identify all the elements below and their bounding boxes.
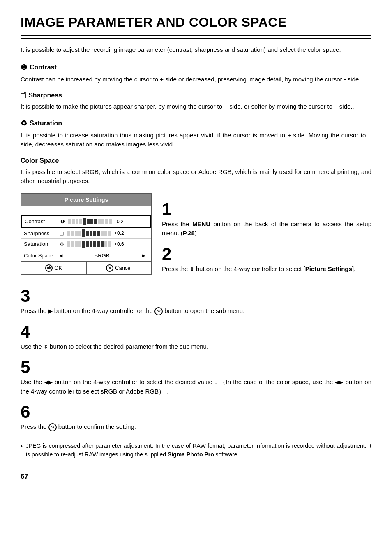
step-5-text: Use the ◀▶ button on the 4-way controlle… [21,377,371,396]
saturation-value: +0.6 [114,241,124,248]
step-2-text: Press the ⇕ button on the 4-way controll… [162,264,371,274]
bullet-dot: • [21,442,23,459]
menu-and-steps: Picture Settings –+ Contrast ❶ -0. [21,193,371,280]
step-3-text: Press the ▶ button on the 4-way controll… [21,306,371,316]
colorspace-left-arrow: ◄ [56,252,66,260]
step-6-num: 6 [21,403,371,421]
step-6-text: Press the ok button to confirm the setti… [21,422,371,432]
step-4: 4 Use the ⇕ button to select the desired… [21,323,371,352]
ok-icon: ok [45,264,53,272]
ok-btn-inline-2-icon: ok [48,423,57,431]
sharpness-heading: □̈ Sharpness [21,90,371,100]
ok-button[interactable]: ok OK [21,262,87,274]
step-3: 3 Press the ▶ button on the 4-way contro… [21,287,371,316]
step-5: 5 Use the ◀▶ button on the 4-way control… [21,359,371,396]
menu-title: Picture Settings [21,194,151,206]
colorspace-menu-label: Color Space [24,252,56,260]
saturation-body: It is possible to increase saturation th… [21,131,371,149]
menu-buttons: ok OK ✕ Cancel [21,261,151,274]
menu-row-contrast: Contrast ❶ -0.2 [21,215,151,228]
sharpness-value: +0.2 [114,229,124,237]
menu-row-saturation: Saturation ♻ +0.6 [21,238,151,250]
steps-column: 1 Press the MENU button on the back of t… [162,193,371,280]
step-4-num: 4 [21,323,371,340]
picture-settings-menu: Picture Settings –+ Contrast ❶ -0. [21,193,152,275]
bullet-text-1: JPEG is compressed after parameter adjus… [26,442,371,459]
lr-arrows-2-icon: ◀▶ [335,378,343,387]
saturation-slider [67,241,111,248]
saturation-icon: ♻ [21,118,27,129]
colorspace-value: sRGB [66,252,138,260]
colorspace-right-arrow: ► [138,252,149,260]
step-6: 6 Press the ok button to confirm the set… [21,403,371,432]
colorspace-heading: Color Space [21,156,371,166]
ok-label: OK [54,264,62,272]
ok-btn-inline-icon: ok [154,307,163,315]
step-1-num: 1 [162,201,371,218]
intro-text: It is possible to adjust the recording i… [21,45,371,55]
sharpness-icon: □̈ [21,91,26,100]
menu-row-colorspace: Color Space ◄ sRGB ► [21,250,151,262]
menu-contrast-label: Contrast [25,218,57,226]
menu-row-sharpness: Sharpness □̈ +0.2 [21,228,151,239]
sharpness-slider [67,229,111,237]
step-4-text: Use the ⇕ button to select the desired p… [21,342,371,352]
lr-arrows-icon: ◀▶ [44,378,53,387]
menu-contrast-icon: ❶ [58,218,67,225]
contrast-heading: ❶ Contrast [21,62,371,73]
menu-plusminus: –+ [21,206,151,216]
contrast-body: Contrast can be increased by moving the … [21,75,371,84]
contrast-value: -0.2 [115,218,124,225]
step-2: 2 Press the ⇕ button on the 4-way contro… [162,245,371,274]
page-title: IMAGE PARAMETER AND COLOR SPACE [21,12,371,36]
menu-saturation-icon: ♻ [58,241,66,248]
colorspace-body: It is possible to select sRGB, which is … [21,167,371,186]
bullet-section: • JPEG is compressed after parameter adj… [21,442,371,459]
cancel-icon: ✕ [106,264,113,272]
bullet-item-1: • JPEG is compressed after parameter adj… [21,442,371,459]
right-arrow-icon: ▶ [48,307,53,315]
saturation-heading: ♻ Saturation [21,118,371,129]
page-number: 67 [21,471,371,482]
sharpness-body: It is possible to make the pictures appe… [21,102,371,111]
updown-arrow-icon: ⇕ [190,265,194,273]
contrast-icon: ❶ [21,62,27,73]
step-1-text: Press the MENU button on the back of the… [162,220,371,238]
contrast-slider [68,218,112,225]
cancel-button[interactable]: ✕ Cancel [87,262,152,274]
menu-button-label: MENU [192,220,210,227]
cancel-label: Cancel [115,264,131,272]
step-1: 1 Press the MENU button on the back of t… [162,201,371,238]
step-2-num: 2 [162,245,371,263]
menu-sharpness-icon: □̈ [58,230,66,237]
updown-arrow-2-icon: ⇕ [44,343,48,351]
menu-sharpness-label: Sharpness [24,229,56,238]
menu-saturation-label: Saturation [24,240,56,248]
step-3-num: 3 [21,287,371,305]
step-5-num: 5 [21,359,371,376]
